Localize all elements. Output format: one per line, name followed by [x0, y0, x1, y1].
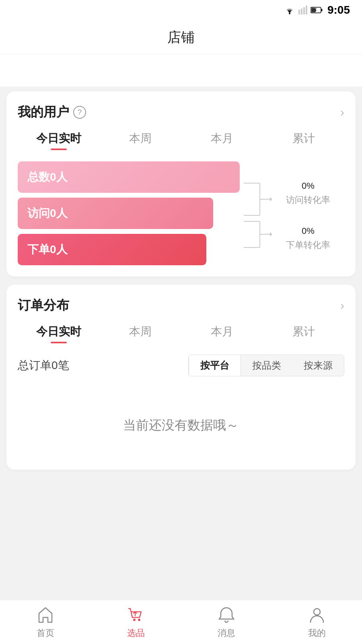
order-rate: 0%	[272, 221, 344, 237]
nav-select-label: 选品	[127, 627, 145, 639]
tab-this-week[interactable]: 本周	[99, 131, 181, 150]
user-stats-row: 总数0人 访问0人 下单0人	[18, 161, 344, 265]
filter-by-platform[interactable]: 按平台	[189, 355, 241, 376]
svg-point-0	[289, 13, 290, 14]
order-dist-title: 订单分布	[18, 297, 69, 314]
my-users-header: 我的用户 ? ›	[18, 103, 344, 121]
no-data-text: 当前还没有数据哦～	[18, 384, 344, 458]
bar-total: 总数0人	[18, 161, 240, 193]
order-tab-cumulative[interactable]: 累计	[263, 324, 344, 343]
battery-icon	[311, 6, 323, 14]
my-users-card: 我的用户 ? › 今日实时 本周 本月 累计 总数0人 访问0人 下单0人	[6, 91, 356, 277]
filter-by-category[interactable]: 按品类	[241, 355, 292, 376]
svg-rect-3	[303, 7, 305, 14]
filter-by-source[interactable]: 按来源	[292, 355, 344, 376]
nav-home-label: 首页	[37, 627, 54, 639]
help-icon[interactable]: ?	[73, 106, 86, 119]
order-dist-tabs: 今日实时 本周 本月 累计	[18, 324, 344, 343]
visit-rate: 0%	[272, 175, 344, 192]
order-dist-arrow[interactable]: ›	[340, 299, 344, 312]
nav-messages[interactable]: 消息	[217, 605, 236, 639]
order-total-label: 总订单0笔	[18, 358, 69, 373]
status-time: 9:05	[327, 4, 350, 17]
tab-today-realtime[interactable]: 今日实时	[18, 131, 99, 150]
tab-cumulative[interactable]: 累计	[263, 131, 344, 150]
content-area: 我的用户 ? › 今日实时 本周 本月 累计 总数0人 访问0人 下单0人	[0, 91, 362, 518]
user-icon	[307, 605, 327, 625]
status-icons	[284, 6, 323, 14]
page-title: 店铺	[167, 29, 195, 45]
top-strip	[0, 54, 362, 87]
order-tab-month[interactable]: 本月	[181, 324, 263, 343]
order-tab-today[interactable]: 今日实时	[18, 324, 99, 343]
my-users-arrow[interactable]: ›	[340, 105, 344, 119]
svg-rect-1	[298, 10, 300, 14]
order-dist-card: 订单分布 › 今日实时 本周 本月 累计 总订单0笔 按平台 按品类 按来源 当…	[6, 285, 356, 470]
order-filter-row: 总订单0笔 按平台 按品类 按来源	[18, 355, 344, 376]
status-bar: 9:05	[0, 0, 362, 20]
cart-icon	[126, 605, 146, 625]
order-dist-header: 订单分布 ›	[18, 297, 344, 314]
svg-rect-4	[306, 6, 307, 14]
svg-point-23	[314, 609, 320, 615]
bracket-svg	[240, 167, 272, 260]
signal-icon	[298, 6, 307, 14]
page-header: 店铺	[0, 20, 362, 54]
conversion-values: 0% 访问转化率 0% 下单转化率	[272, 172, 344, 254]
filter-buttons: 按平台 按品类 按来源	[188, 355, 344, 376]
order-rate-label: 下单转化率	[272, 239, 344, 251]
svg-rect-6	[321, 9, 322, 11]
nav-select[interactable]: 选品	[126, 605, 146, 639]
user-bars: 总数0人 访问0人 下单0人	[18, 161, 240, 265]
visit-conversion: 0% 访问转化率	[272, 172, 344, 209]
nav-my-label: 我的	[308, 627, 326, 639]
order-tab-week[interactable]: 本周	[99, 324, 181, 343]
bar-order: 下单0人	[18, 234, 206, 265]
home-icon	[36, 605, 55, 625]
svg-rect-2	[301, 8, 302, 14]
nav-home[interactable]: 首页	[36, 605, 55, 639]
svg-point-22	[138, 619, 140, 621]
nav-my[interactable]: 我的	[307, 605, 327, 639]
bell-icon	[217, 605, 236, 625]
visit-rate-label: 访问转化率	[272, 194, 344, 206]
my-users-tabs: 今日实时 本周 本月 累计	[18, 131, 344, 150]
svg-rect-7	[311, 8, 315, 12]
bottom-nav: 首页 选品 消息 我的	[0, 600, 362, 644]
conversion-area: 0% 访问转化率 0% 下单转化率	[240, 167, 344, 260]
svg-point-21	[133, 619, 136, 621]
bar-visit: 访问0人	[18, 198, 213, 229]
order-conversion: 0% 下单转化率	[272, 217, 344, 254]
my-users-title: 我的用户 ?	[18, 103, 86, 121]
wifi-icon	[284, 6, 295, 14]
nav-messages-label: 消息	[218, 627, 235, 639]
tab-this-month[interactable]: 本月	[181, 131, 263, 150]
